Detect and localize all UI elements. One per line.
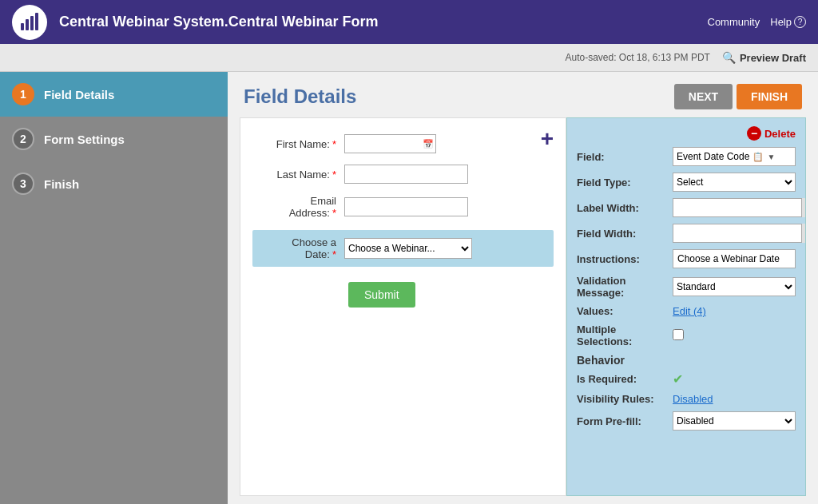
- first-name-row: First Name:* 📅: [256, 134, 550, 153]
- field-value-wrapper: Event Date Code 📋 ▼: [673, 147, 796, 166]
- validation-message-label: Validation Message:: [577, 275, 673, 299]
- svg-rect-0: [21, 23, 24, 30]
- step-3-circle: 3: [12, 173, 34, 195]
- last-name-required: *: [332, 169, 336, 181]
- values-row: Values: Edit (4): [577, 305, 796, 317]
- field-width-input[interactable]: [673, 224, 801, 242]
- field-type-select[interactable]: Select Text Checkbox Radio: [673, 173, 796, 192]
- visibility-rules-value: Disabled: [673, 393, 796, 405]
- last-name-input[interactable]: [344, 165, 468, 184]
- choose-date-required: *: [332, 248, 336, 260]
- label-width-down[interactable]: ▼: [801, 208, 806, 217]
- multiple-selections-checkbox[interactable]: [673, 329, 684, 340]
- autosave-text: Auto-saved: Oct 18, 6:13 PM PDT: [565, 52, 709, 63]
- label-width-spinner: ▲ ▼: [673, 198, 806, 217]
- field-row: Field: Event Date Code 📋 ▼: [577, 147, 796, 166]
- app-title: Central Webinar System.Central Webinar F…: [59, 14, 701, 30]
- field-width-down[interactable]: ▼: [801, 233, 806, 243]
- email-label: EmailAddress:*: [256, 195, 344, 219]
- sidebar-item-form-settings[interactable]: 2 Form Settings: [0, 117, 228, 161]
- instructions-input[interactable]: Choose a Webinar Date: [673, 249, 796, 268]
- sidebar-item-field-details[interactable]: 1 Field Details: [0, 72, 228, 117]
- values-edit-link[interactable]: Edit (4): [673, 305, 706, 317]
- email-required: *: [332, 207, 336, 219]
- submit-button[interactable]: Submit: [348, 282, 415, 308]
- form-preview: + First Name:* 📅 Last Name:*: [240, 117, 566, 496]
- choose-date-label: Choose aDate:*: [256, 236, 344, 260]
- sidebar: 1 Field Details 2 Form Settings 3 Finish: [0, 72, 228, 504]
- event-date-text: Event Date Code: [677, 151, 749, 162]
- field-width-spinner: ▲ ▼: [673, 224, 806, 243]
- form-area: + First Name:* 📅 Last Name:*: [240, 117, 806, 496]
- subheader: Auto-saved: Oct 18, 6:13 PM PDT 🔍 Previe…: [0, 44, 818, 72]
- right-panel: − Delete Field: Event Date Code 📋 ▼: [566, 117, 806, 496]
- multiple-selections-value: [673, 329, 796, 343]
- preview-draft-button[interactable]: 🔍 Preview Draft: [722, 51, 806, 64]
- field-width-value: ▲ ▼: [673, 224, 806, 243]
- event-date-field[interactable]: Event Date Code 📋 ▼: [673, 147, 796, 166]
- field-label: Field:: [577, 151, 673, 163]
- next-button[interactable]: NEXT: [674, 84, 733, 109]
- label-width-up[interactable]: ▲: [801, 198, 806, 208]
- label-width-label: Label Width:: [577, 202, 673, 214]
- content-header: Field Details NEXT FINISH: [228, 72, 818, 117]
- form-prefill-label: Form Pre-fill:: [577, 415, 673, 427]
- is-required-label: Is Required:: [577, 373, 673, 385]
- validation-message-value: Standard Custom: [673, 277, 796, 296]
- sidebar-item-finish[interactable]: 3 Finish: [0, 161, 228, 206]
- delete-button[interactable]: − Delete: [747, 126, 796, 141]
- delete-circle-icon: −: [747, 126, 761, 141]
- copy-icon: 📋: [752, 152, 764, 162]
- is-required-row: Is Required: ✔: [577, 371, 796, 387]
- validation-message-row: Validation Message: Standard Custom: [577, 275, 796, 299]
- label-width-row: Label Width: ▲ ▼: [577, 198, 796, 217]
- submit-row: Submit: [256, 278, 550, 308]
- label-width-input[interactable]: [673, 199, 801, 216]
- field-width-row: Field Width: ▲ ▼: [577, 224, 796, 243]
- main-layout: 1 Field Details 2 Form Settings 3 Finish…: [0, 72, 818, 504]
- validation-message-select[interactable]: Standard Custom: [673, 277, 796, 296]
- header-nav: Community Help ?: [701, 13, 807, 31]
- label-width-value: ▲ ▼: [673, 198, 806, 217]
- step-1-circle: 1: [12, 83, 34, 105]
- app-logo: [12, 5, 47, 40]
- page-title: Field Details: [244, 85, 356, 108]
- instructions-label: Instructions:: [577, 253, 673, 265]
- first-name-label: First Name:*: [256, 138, 344, 150]
- header-buttons: NEXT FINISH: [674, 84, 802, 109]
- help-link[interactable]: Help ?: [770, 16, 806, 28]
- label-width-spin-buttons: ▲ ▼: [801, 198, 806, 217]
- multiple-selections-label: Multiple Selections:: [577, 323, 673, 347]
- calendar-icon: 📅: [423, 139, 434, 149]
- field-type-row: Field Type: Select Text Checkbox Radio: [577, 173, 796, 192]
- search-icon: 🔍: [722, 51, 736, 64]
- add-field-button[interactable]: +: [541, 126, 554, 152]
- sidebar-label-form-settings: Form Settings: [44, 133, 125, 146]
- dropdown-arrow-icon: ▼: [767, 153, 775, 161]
- behavior-header: Behavior: [577, 354, 796, 367]
- last-name-label: Last Name:*: [256, 169, 344, 181]
- field-width-spin-buttons: ▲ ▼: [801, 224, 806, 243]
- choose-date-select[interactable]: Choose a Webinar...: [344, 238, 472, 259]
- first-name-input-wrapper: 📅: [344, 134, 436, 153]
- email-input[interactable]: [344, 197, 468, 216]
- values-label: Values:: [577, 305, 673, 317]
- sidebar-label-field-details: Field Details: [44, 88, 114, 101]
- is-required-value: ✔: [673, 371, 796, 387]
- community-link[interactable]: Community: [701, 13, 767, 31]
- is-required-checked-icon: ✔: [673, 372, 683, 386]
- svg-rect-2: [30, 16, 34, 30]
- finish-button[interactable]: FINISH: [737, 84, 802, 109]
- delete-row: − Delete: [577, 126, 796, 141]
- form-prefill-select[interactable]: Disabled Enabled: [673, 411, 796, 431]
- email-row: EmailAddress:*: [256, 195, 550, 219]
- svg-rect-1: [26, 19, 29, 30]
- last-name-row: Last Name:*: [256, 165, 550, 184]
- instructions-value-wrapper: Choose a Webinar Date: [673, 249, 796, 268]
- visibility-rules-link[interactable]: Disabled: [673, 393, 713, 405]
- visibility-rules-label: Visibility Rules:: [577, 393, 673, 405]
- sidebar-label-finish: Finish: [44, 177, 79, 191]
- instructions-row: Instructions: Choose a Webinar Date: [577, 249, 796, 268]
- field-width-up[interactable]: ▲: [801, 224, 806, 233]
- field-type-label: Field Type:: [577, 177, 673, 189]
